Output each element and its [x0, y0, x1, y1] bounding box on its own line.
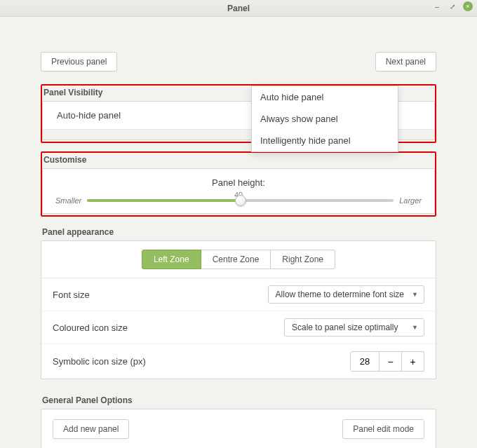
panel-appearance-frame: Left Zone Centre Zone Right Zone Font si…: [41, 240, 436, 379]
panel-appearance-heading: Panel appearance: [41, 225, 436, 240]
title-bar: Panel – ⤢ ×: [0, 0, 477, 17]
visibility-option-auto-hide[interactable]: Auto hide panel: [252, 86, 398, 108]
chevron-down-icon: ▼: [412, 324, 418, 331]
coloured-icon-size-value: Scale to panel size optimally: [292, 323, 398, 332]
tab-right-zone[interactable]: Right Zone: [271, 250, 335, 269]
panel-height-label: Panel height:: [55, 177, 422, 188]
symbolic-icon-size-stepper: − +: [350, 351, 424, 372]
general-options-heading: General Panel Options: [41, 393, 436, 409]
panel-edit-mode-button[interactable]: Panel edit mode: [342, 419, 424, 439]
window-title: Panel: [227, 4, 250, 13]
visibility-option-intelligent-hide[interactable]: Intelligently hide panel: [252, 130, 398, 151]
chevron-down-icon: ▼: [412, 291, 418, 298]
symbolic-icon-size-input[interactable]: [350, 351, 379, 372]
coloured-icon-size-label: Coloured icon size: [53, 323, 128, 333]
font-size-value: Allow theme to determine font size: [276, 290, 404, 299]
slider-max-label: Larger: [399, 196, 422, 205]
tab-centre-zone[interactable]: Centre Zone: [201, 250, 271, 269]
maximize-button[interactable]: ⤢: [448, 1, 457, 11]
tab-left-zone[interactable]: Left Zone: [142, 250, 201, 269]
previous-panel-button[interactable]: Previous panel: [41, 52, 117, 72]
customise-heading: Customise: [42, 153, 435, 168]
symbolic-icon-size-label: Symbolic icon size (px): [53, 356, 146, 367]
close-button[interactable]: ×: [463, 1, 473, 11]
panel-height-slider[interactable]: [87, 199, 394, 202]
panel-nav: Previous panel Next panel: [41, 52, 436, 72]
window-controls: – ⤢ ×: [432, 1, 473, 11]
panel-visibility-section: Panel Visibility Auto-hide panel Auto hi…: [41, 84, 436, 143]
zone-tabs: Left Zone Centre Zone Right Zone: [41, 241, 436, 278]
coloured-icon-size-select[interactable]: Scale to panel size optimally ▼: [284, 318, 424, 337]
slider-thumb[interactable]: [235, 195, 246, 206]
panel-visibility-dropdown: Auto hide panel Always show panel Intell…: [251, 86, 398, 152]
stepper-plus-button[interactable]: +: [402, 351, 424, 372]
font-size-select[interactable]: Allow theme to determine font size ▼: [268, 285, 424, 304]
add-new-panel-button[interactable]: Add new panel: [53, 419, 129, 439]
slider-min-label: Smaller: [55, 196, 81, 205]
font-size-label: Font size: [53, 290, 90, 300]
general-options-frame: Add new panel Panel edit mode Allow the …: [41, 409, 436, 448]
customise-section: Customise Panel height: 40 Smaller Large…: [41, 151, 436, 217]
slider-fill: [87, 199, 240, 202]
stepper-minus-button[interactable]: −: [379, 351, 402, 372]
next-panel-button[interactable]: Next panel: [375, 52, 436, 72]
minimize-button[interactable]: –: [432, 1, 442, 11]
visibility-option-always-show[interactable]: Always show panel: [252, 108, 398, 130]
